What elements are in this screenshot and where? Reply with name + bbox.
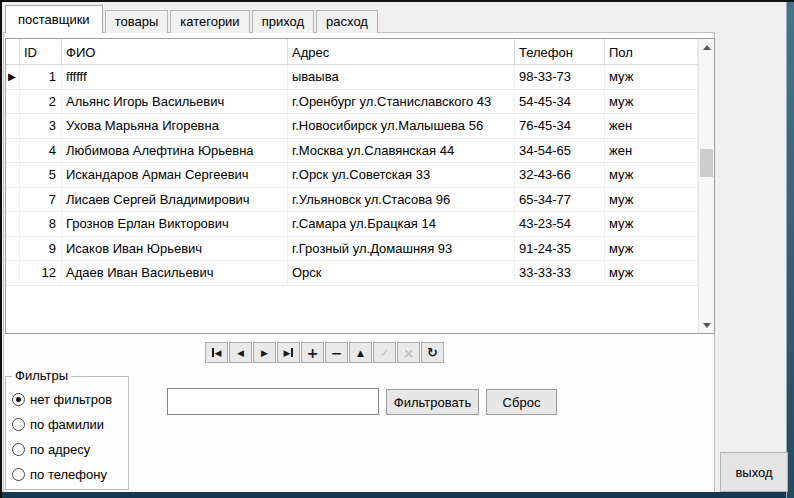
table-row[interactable]: 2Альянс Игорь Васильевичг.Оренбург ул.Ст… xyxy=(6,90,698,115)
cell-id: 3 xyxy=(20,114,62,139)
navigator-refresh-button[interactable]: ↻ xyxy=(421,342,444,363)
column-header-phone[interactable]: Телефон xyxy=(515,39,605,65)
cell-phone: 54-45-34 xyxy=(515,90,605,115)
cell-fio: Грознов Ерлан Викторович xyxy=(62,212,288,237)
cell-id: 7 xyxy=(20,188,62,213)
cell-pol: муж xyxy=(605,212,698,237)
suppliers-table: IDФИОАдресТелефонПол ▶1ffffffываыва98-33… xyxy=(5,38,715,334)
window-frame-bottom xyxy=(2,492,794,498)
window-frame-right xyxy=(786,2,794,498)
filter-radio-3[interactable]: по телефону xyxy=(12,466,128,483)
filter-radio-1[interactable]: по фамилии xyxy=(12,416,128,433)
row-indicator-cell xyxy=(6,261,20,286)
cell-id: 5 xyxy=(20,163,62,188)
filter-radio-label: нет фильтров xyxy=(30,392,112,407)
cell-phone: 33-33-33 xyxy=(515,261,605,286)
cell-addr: г.Новосибирск ул.Малышева 56 xyxy=(288,114,515,139)
cell-id: 1 xyxy=(20,65,62,90)
row-indicator-cell xyxy=(6,212,20,237)
navigator-delete-button[interactable]: − xyxy=(325,342,348,363)
filter-radio-label: по фамилии xyxy=(30,417,104,432)
cell-pol: жен xyxy=(605,139,698,164)
filter-input[interactable] xyxy=(167,388,379,415)
cell-phone: 43-23-54 xyxy=(515,212,605,237)
cell-addr: Орск xyxy=(288,261,515,286)
filters-groupbox: Фильтры нет фильтровпо фамилиипо адресуп… xyxy=(5,376,129,490)
tab-1[interactable]: товары xyxy=(105,10,169,33)
row-indicator-cell xyxy=(6,237,20,262)
table-row[interactable]: 8Грознов Ерлан Викторовичг.Самара ул.Бра… xyxy=(6,212,698,237)
filter-radio-label: по адресу xyxy=(30,442,90,457)
table-row[interactable]: ▶1ffffffываыва98-33-73муж xyxy=(6,65,698,90)
chevron-down-icon xyxy=(703,323,711,328)
row-indicator-cell xyxy=(6,163,20,188)
navigator-insert-button[interactable]: + xyxy=(301,342,324,363)
cell-phone: 32-43-66 xyxy=(515,163,605,188)
row-indicator-cell xyxy=(6,188,20,213)
cell-pol: муж xyxy=(605,261,698,286)
table-row[interactable]: 12Адаев Иван ВасильевичОрск33-33-33муж xyxy=(6,261,698,286)
scroll-up-button[interactable] xyxy=(699,39,714,55)
vertical-scrollbar[interactable] xyxy=(698,39,714,333)
table-row[interactable]: 5Искандаров Арман Сергеевичг.Орск ул.Сов… xyxy=(6,163,698,188)
table-row[interactable]: 3Ухова Марьяна Игоревнаг.Новосибирск ул.… xyxy=(6,114,698,139)
cell-phone: 76-45-34 xyxy=(515,114,605,139)
filter-radio-0[interactable]: нет фильтров xyxy=(12,391,128,408)
cell-phone: 34-54-65 xyxy=(515,139,605,164)
cell-addr: ываыва xyxy=(288,65,515,90)
cell-id: 12 xyxy=(20,261,62,286)
tab-2[interactable]: категории xyxy=(170,10,249,33)
db-navigator: ◀◀▶▶+−▲✓×↻ xyxy=(205,342,444,363)
table-row[interactable]: 7Лисаев Сергей Владимировичг.Ульяновск у… xyxy=(6,188,698,213)
cell-addr: г.Самара ул.Брацкая 14 xyxy=(288,212,515,237)
radio-selected-icon xyxy=(12,393,25,406)
cell-addr: г.Ульяновск ул.Стасова 96 xyxy=(288,188,515,213)
radio-icon xyxy=(12,443,25,456)
row-indicator-cell xyxy=(6,139,20,164)
row-indicator-cell xyxy=(6,114,20,139)
table-row[interactable]: 4Любимова Алефтина Юрьевнаг.Москва ул.Сл… xyxy=(6,139,698,164)
tab-4[interactable]: расход xyxy=(316,10,378,33)
navigator-edit-button[interactable]: ▲ xyxy=(349,342,372,363)
filter-reset-button[interactable]: Сброс xyxy=(486,389,557,415)
cell-fio: Альянс Игорь Васильевич xyxy=(62,90,288,115)
tab-0[interactable]: поставщики xyxy=(5,5,103,33)
column-header-fio[interactable]: ФИО xyxy=(62,39,288,65)
cell-id: 4 xyxy=(20,139,62,164)
tab-bar: поставщикитоварыкатегорииприходрасход xyxy=(5,6,380,33)
column-header-pol[interactable]: Пол xyxy=(605,39,698,65)
table-row[interactable]: 9Исаков Иван Юрьевичг.Грозный ул.Домашня… xyxy=(6,237,698,262)
navigator-first-button[interactable]: ◀ xyxy=(205,342,228,363)
chevron-up-icon xyxy=(703,45,711,50)
exit-button[interactable]: выход xyxy=(720,452,788,492)
radio-icon xyxy=(12,418,25,431)
navigator-next-button[interactable]: ▶ xyxy=(253,342,276,363)
cell-phone: 65-34-77 xyxy=(515,188,605,213)
cell-id: 9 xyxy=(20,237,62,262)
column-header-addr[interactable]: Адрес xyxy=(288,39,515,65)
cell-pol: муж xyxy=(605,188,698,213)
scroll-down-button[interactable] xyxy=(699,317,714,333)
navigator-cancel-button: × xyxy=(397,342,420,363)
radio-icon xyxy=(12,468,25,481)
row-indicator-cell xyxy=(6,90,20,115)
navigator-prior-button[interactable]: ◀ xyxy=(229,342,252,363)
navigator-post-button: ✓ xyxy=(373,342,396,363)
filter-apply-button[interactable]: Фильтровать xyxy=(386,389,479,415)
cell-fio: Адаев Иван Васильевич xyxy=(62,261,288,286)
navigator-last-button[interactable]: ▶ xyxy=(277,342,300,363)
filter-radio-2[interactable]: по адресу xyxy=(12,441,128,458)
cell-pol: муж xyxy=(605,65,698,90)
filters-groupbox-title: Фильтры xyxy=(12,368,71,383)
filter-options: нет фильтровпо фамилиипо адресупо телефо… xyxy=(6,391,128,483)
scrollbar-thumb[interactable] xyxy=(700,149,713,177)
cell-fio: Исаков Иван Юрьевич xyxy=(62,237,288,262)
cell-fio: Искандаров Арман Сергеевич xyxy=(62,163,288,188)
tab-3[interactable]: приход xyxy=(252,10,314,33)
cell-fio: Ухова Марьяна Игоревна xyxy=(62,114,288,139)
column-header-id[interactable]: ID xyxy=(20,39,62,65)
cell-fio: Лисаев Сергей Владимирович xyxy=(62,188,288,213)
cell-id: 8 xyxy=(20,212,62,237)
indicator-column-header xyxy=(6,39,20,65)
cell-fio: Любимова Алефтина Юрьевна xyxy=(62,139,288,164)
